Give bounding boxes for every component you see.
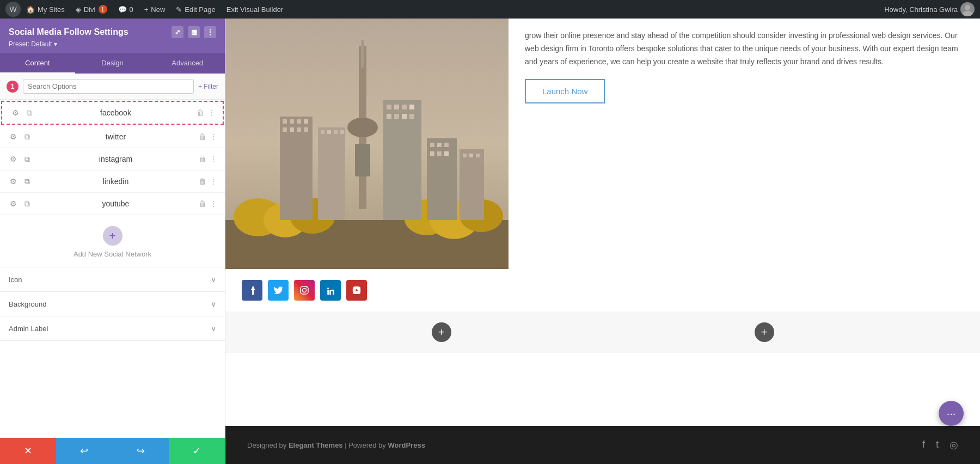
- settings-icon-linkedin[interactable]: ⚙: [8, 176, 19, 187]
- settings-icon-youtube[interactable]: ⚙: [8, 198, 19, 209]
- my-sites-menu[interactable]: 🏠 My Sites: [21, 0, 70, 19]
- youtube-social-button[interactable]: [346, 280, 367, 301]
- linkedin-social-button[interactable]: [320, 280, 341, 301]
- avatar[interactable]: [960, 2, 975, 16]
- svg-rect-16: [290, 119, 294, 124]
- admin-bar-right: Howdy, Christina Gwira: [884, 2, 975, 16]
- chevron-down-icon: ∨: [211, 275, 216, 284]
- undo-button[interactable]: ↩: [56, 438, 112, 464]
- tab-content[interactable]: Content: [0, 53, 75, 74]
- footer-social-icons: f t ◎: [922, 439, 958, 451]
- save-button[interactable]: ✓: [169, 438, 225, 464]
- layout-icon[interactable]: ▦: [188, 26, 200, 38]
- drag-icon[interactable]: ⋮: [207, 108, 215, 117]
- right-area: grow their online presence and stay ahea…: [225, 19, 980, 464]
- delete-icon-linkedin[interactable]: 🗑: [199, 177, 206, 186]
- text-content: grow their online presence and stay ahea…: [509, 19, 980, 269]
- settings-icon-twitter[interactable]: ⚙: [8, 131, 19, 142]
- settings-icon[interactable]: ⚙: [10, 107, 21, 118]
- accordion-icon-header[interactable]: Icon ∨: [0, 267, 225, 291]
- search-badge: 1: [7, 81, 19, 93]
- home-icon: 🏠: [26, 5, 35, 14]
- social-item-actions-linkedin: 🗑 ⋮: [199, 177, 217, 186]
- bottom-bar: ✕ ↩ ↪ ✓: [0, 438, 225, 464]
- panel-title-icons: ⤢ ▦ ⋮: [171, 26, 216, 38]
- launch-now-button[interactable]: Launch Now: [525, 79, 605, 103]
- social-item-instagram[interactable]: ⚙ ⧉ instagram 🗑 ⋮: [0, 148, 225, 170]
- copy-icon-instagram[interactable]: ⧉: [22, 154, 33, 164]
- svg-rect-31: [402, 105, 407, 109]
- exit-visual-builder-menu[interactable]: Exit Visual Builder: [221, 0, 289, 19]
- footer-instagram-icon[interactable]: ◎: [950, 439, 958, 451]
- delete-icon[interactable]: 🗑: [197, 108, 204, 117]
- svg-rect-25: [327, 130, 331, 134]
- drag-icon-youtube[interactable]: ⋮: [210, 199, 217, 208]
- copy-icon[interactable]: ⧉: [24, 107, 35, 118]
- svg-rect-41: [430, 151, 434, 156]
- tab-advanced[interactable]: Advanced: [150, 53, 225, 74]
- svg-point-12: [347, 118, 378, 137]
- wp-logo-icon[interactable]: W: [5, 2, 21, 17]
- copy-icon-twitter[interactable]: ⧉: [22, 131, 33, 142]
- comments-menu[interactable]: 💬 0: [113, 0, 139, 19]
- social-item-linkedin[interactable]: ⚙ ⧉ linkedin 🗑 ⋮: [0, 170, 225, 193]
- add-column-button-1[interactable]: +: [432, 322, 451, 342]
- redo-button[interactable]: ↪: [113, 438, 169, 464]
- drag-icon-linkedin[interactable]: ⋮: [210, 177, 217, 186]
- footer-twitter-icon[interactable]: t: [936, 439, 939, 451]
- panel-preset: Preset: Default: [9, 40, 216, 48]
- drag-icon-instagram[interactable]: ⋮: [210, 155, 217, 163]
- social-item-name-youtube: youtube: [37, 199, 194, 208]
- accordion-background-header[interactable]: Background ∨: [0, 292, 225, 316]
- svg-point-49: [303, 289, 307, 292]
- divi-menu[interactable]: ◈ Divi 1: [70, 0, 113, 19]
- more-options-icon[interactable]: ⋮: [204, 26, 216, 38]
- svg-rect-36: [409, 114, 414, 119]
- svg-rect-15: [283, 119, 287, 124]
- settings-icon-instagram[interactable]: ⚙: [8, 154, 19, 164]
- delete-icon-instagram[interactable]: 🗑: [199, 155, 206, 163]
- delete-icon-twitter[interactable]: 🗑: [199, 132, 206, 141]
- main-layout: Social Media Follow Settings ⤢ ▦ ⋮ Prese…: [0, 19, 980, 464]
- svg-rect-46: [469, 154, 473, 157]
- footer-text: Designed by Elegant Themes | Powered by …: [247, 441, 425, 449]
- accordion-admin-label-header[interactable]: Admin Label ∨: [0, 316, 225, 340]
- plus-icon: +: [144, 5, 149, 14]
- tab-design[interactable]: Design: [75, 53, 150, 74]
- delete-icon-youtube[interactable]: 🗑: [199, 199, 206, 208]
- copy-icon-linkedin[interactable]: ⧉: [22, 176, 33, 187]
- accordion-background: Background ∨: [0, 292, 225, 316]
- footer-facebook-icon[interactable]: f: [922, 439, 925, 451]
- svg-rect-24: [321, 130, 324, 134]
- social-item-youtube[interactable]: ⚙ ⧉ youtube 🗑 ⋮: [0, 193, 225, 215]
- facebook-social-button[interactable]: [242, 280, 262, 301]
- add-column-button-2[interactable]: +: [755, 322, 774, 342]
- social-item-icons-instagram: ⚙ ⧉: [8, 154, 33, 164]
- copy-icon-youtube[interactable]: ⧉: [22, 198, 33, 209]
- search-input[interactable]: [23, 79, 194, 94]
- social-item-name-facebook: facebook: [39, 108, 192, 117]
- add-new-label: Add New Social Network: [74, 250, 151, 258]
- city-image: [225, 19, 509, 269]
- resize-icon[interactable]: ⤢: [171, 26, 183, 38]
- drag-icon-twitter[interactable]: ⋮: [210, 132, 217, 141]
- add-new-button[interactable]: +: [103, 226, 122, 246]
- social-item-actions-instagram: 🗑 ⋮: [199, 155, 217, 163]
- social-item-twitter[interactable]: ⚙ ⧉ twitter 🗑 ⋮: [0, 126, 225, 148]
- fab-button[interactable]: ···: [939, 401, 964, 426]
- divi-count: 1: [99, 5, 107, 14]
- edit-page-menu[interactable]: ✎ Edit Page: [170, 0, 220, 19]
- wp-admin-bar: W 🏠 My Sites ◈ Divi 1 💬 0 + New ✎ Edit P…: [0, 0, 980, 19]
- body-text: grow their online presence and stay ahea…: [525, 29, 964, 68]
- filter-button[interactable]: + Filter: [198, 83, 218, 90]
- page-footer: Designed by Elegant Themes | Powered by …: [225, 426, 980, 464]
- social-item-facebook[interactable]: ⚙ ⧉ facebook 🗑 ⋮: [1, 101, 224, 125]
- cancel-button[interactable]: ✕: [0, 438, 56, 464]
- svg-rect-44: [460, 149, 484, 220]
- accordion-admin-label: Admin Label ∨: [0, 316, 225, 341]
- svg-rect-40: [444, 143, 449, 147]
- instagram-social-button[interactable]: [294, 280, 315, 301]
- new-menu[interactable]: + New: [139, 0, 171, 19]
- svg-rect-22: [304, 127, 308, 132]
- twitter-social-button[interactable]: [268, 280, 289, 301]
